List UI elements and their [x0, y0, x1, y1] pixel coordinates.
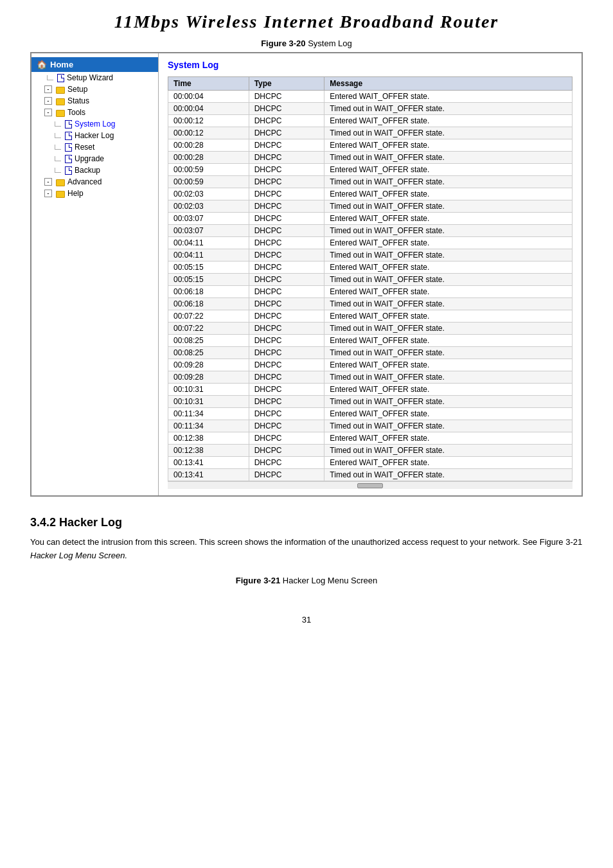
sidebar-item-backup[interactable]: Backup	[31, 164, 158, 176]
tree-line-sl	[55, 121, 61, 127]
table-row: 00:00:04DHCPCEntered WAIT_OFFER state.	[168, 91, 573, 103]
cell-time: 00:09:28	[168, 371, 249, 384]
cell-time: 00:11:34	[168, 408, 249, 420]
cell-message: Timed out in WAIT_OFFER state.	[324, 347, 573, 359]
section-342-heading: 3.4.2 Hacker Log	[30, 516, 583, 529]
cell-time: 00:06:18	[168, 298, 249, 310]
figure-caption-bottom: Figure 3-21 Hacker Log Menu Screen	[30, 576, 583, 585]
table-row: 00:10:31DHCPCEntered WAIT_OFFER state.	[168, 384, 573, 396]
cell-type: DHCPC	[249, 384, 324, 396]
cell-message: Timed out in WAIT_OFFER state.	[324, 176, 573, 188]
sidebar-label-hacker-log: Hacker Log	[75, 131, 114, 140]
table-row: 00:00:28DHCPCTimed out in WAIT_OFFER sta…	[168, 152, 573, 164]
ui-frame: 🏠 Home Setup Wizard - Setup - Status	[30, 52, 583, 497]
cell-type: DHCPC	[249, 310, 324, 323]
folder-icon-status	[56, 98, 65, 105]
table-row: 00:07:22DHCPCEntered WAIT_OFFER state.	[168, 310, 573, 323]
table-row: 00:00:04DHCPCTimed out in WAIT_OFFER sta…	[168, 103, 573, 115]
cell-type: DHCPC	[249, 286, 324, 298]
expand-help[interactable]: -	[44, 190, 52, 197]
cell-time: 00:06:18	[168, 286, 249, 298]
sidebar-item-help[interactable]: - Help	[31, 188, 158, 199]
table-row: 00:02:03DHCPCEntered WAIT_OFFER state.	[168, 188, 573, 200]
cell-type: DHCPC	[249, 225, 324, 237]
cell-message: Entered WAIT_OFFER state.	[324, 457, 573, 469]
cell-time: 00:09:28	[168, 359, 249, 371]
tree-line-r	[55, 145, 61, 150]
table-row: 00:09:28DHCPCEntered WAIT_OFFER state.	[168, 359, 573, 371]
scrollbar-area[interactable]	[168, 481, 573, 489]
cell-type: DHCPC	[249, 347, 324, 359]
table-row: 00:08:25DHCPCEntered WAIT_OFFER state.	[168, 335, 573, 347]
sidebar-item-reset[interactable]: Reset	[31, 141, 158, 153]
expand-status[interactable]: -	[44, 97, 52, 105]
sidebar-item-setup-wizard[interactable]: Setup Wizard	[31, 72, 158, 84]
table-row: 00:02:03DHCPCTimed out in WAIT_OFFER sta…	[168, 200, 573, 213]
sidebar-label-upgrade: Upgrade	[75, 154, 104, 163]
bottom-section: 3.4.2 Hacker Log You can detect the intr…	[30, 497, 583, 602]
system-log-table: Time Type Message 00:00:04DHCPCEntered W…	[168, 76, 573, 481]
cell-message: Entered WAIT_OFFER state.	[324, 432, 573, 445]
sidebar-item-status[interactable]: - Status	[31, 95, 158, 107]
cell-message: Timed out in WAIT_OFFER state.	[324, 249, 573, 261]
section-342-body: You can detect the intrusion from this s…	[30, 536, 583, 563]
sidebar-item-upgrade[interactable]: Upgrade	[31, 153, 158, 164]
table-row: 00:06:18DHCPCTimed out in WAIT_OFFER sta…	[168, 298, 573, 310]
cell-message: Timed out in WAIT_OFFER state.	[324, 152, 573, 164]
folder-icon-advanced	[56, 179, 65, 186]
cell-type: DHCPC	[249, 274, 324, 286]
cell-message: Timed out in WAIT_OFFER state.	[324, 200, 573, 213]
cell-type: DHCPC	[249, 103, 324, 115]
cell-time: 00:04:11	[168, 249, 249, 261]
scrollbar-thumb[interactable]	[357, 483, 383, 488]
cell-type: DHCPC	[249, 127, 324, 139]
sidebar-item-system-log[interactable]: System Log	[31, 118, 158, 130]
cell-time: 00:05:15	[168, 274, 249, 286]
sidebar-item-tools[interactable]: - Tools	[31, 107, 158, 118]
sidebar-item-home[interactable]: 🏠 Home	[31, 57, 158, 72]
cell-message: Entered WAIT_OFFER state.	[324, 164, 573, 176]
expand-setup[interactable]: -	[44, 85, 52, 93]
sidebar-item-setup[interactable]: - Setup	[31, 84, 158, 95]
cell-message: Timed out in WAIT_OFFER state.	[324, 445, 573, 457]
page-title: 11Mbps Wireless Internet Broadband Route…	[0, 0, 613, 39]
table-row: 00:11:34DHCPCEntered WAIT_OFFER state.	[168, 408, 573, 420]
cell-time: 00:00:59	[168, 164, 249, 176]
cell-message: Timed out in WAIT_OFFER state.	[324, 371, 573, 384]
cell-type: DHCPC	[249, 213, 324, 225]
cell-message: Timed out in WAIT_OFFER state.	[324, 298, 573, 310]
cell-message: Entered WAIT_OFFER state.	[324, 335, 573, 347]
cell-time: 00:03:07	[168, 225, 249, 237]
cell-type: DHCPC	[249, 408, 324, 420]
folder-icon-help	[56, 191, 65, 198]
system-log-heading: System Log	[168, 60, 573, 70]
cell-message: Timed out in WAIT_OFFER state.	[324, 323, 573, 335]
table-row: 00:08:25DHCPCTimed out in WAIT_OFFER sta…	[168, 347, 573, 359]
expand-advanced[interactable]: -	[44, 178, 52, 186]
sidebar-label-advanced: Advanced	[67, 177, 102, 186]
sidebar-label-setup-wizard: Setup Wizard	[67, 73, 113, 82]
folder-icon-setup	[56, 87, 65, 94]
tree-line-hl	[55, 133, 61, 138]
sidebar: 🏠 Home Setup Wizard - Setup - Status	[31, 53, 159, 495]
cell-time: 00:10:31	[168, 396, 249, 408]
expand-tools[interactable]: -	[44, 109, 52, 116]
sidebar-item-advanced[interactable]: - Advanced	[31, 176, 158, 188]
sidebar-label-help: Help	[67, 189, 84, 198]
cell-time: 00:13:41	[168, 457, 249, 469]
cell-type: DHCPC	[249, 261, 324, 274]
cell-time: 00:04:11	[168, 237, 249, 249]
cell-message: Entered WAIT_OFFER state.	[324, 188, 573, 200]
table-row: 00:04:11DHCPCEntered WAIT_OFFER state.	[168, 237, 573, 249]
col-time: Time	[168, 77, 249, 91]
cell-time: 00:12:38	[168, 432, 249, 445]
table-row: 00:00:28DHCPCEntered WAIT_OFFER state.	[168, 139, 573, 152]
cell-message: Entered WAIT_OFFER state.	[324, 237, 573, 249]
doc-icon-sl	[65, 120, 72, 128]
sidebar-label-reset: Reset	[75, 143, 94, 152]
sidebar-item-hacker-log[interactable]: Hacker Log	[31, 130, 158, 141]
col-message: Message	[324, 77, 573, 91]
cell-message: Timed out in WAIT_OFFER state.	[324, 225, 573, 237]
cell-type: DHCPC	[249, 139, 324, 152]
cell-time: 00:02:03	[168, 188, 249, 200]
